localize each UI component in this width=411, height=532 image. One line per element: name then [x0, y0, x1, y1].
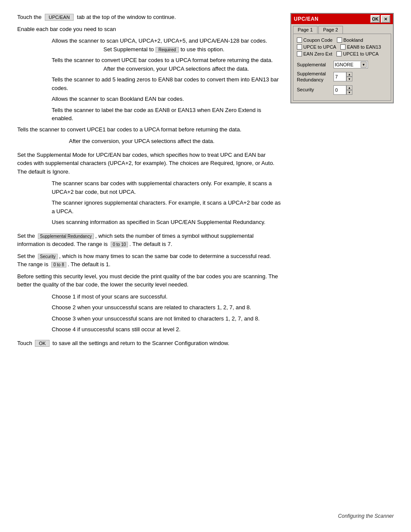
bullet-2-text: Tells the scanner to convert UPCE bar co… [52, 56, 282, 65]
bullet-5-text: Tells the scanner to label the bar code … [52, 106, 282, 123]
security-up-button[interactable]: ▲ [346, 85, 352, 90]
ean-zero-ext-checkbox[interactable] [297, 51, 302, 56]
coupon-code-checkbox-item: Coupon Code [297, 37, 333, 43]
quality-intro: Before setting this security level, you … [17, 272, 282, 289]
security-value[interactable]: 0 [333, 85, 346, 95]
supplemental-field-label: Supplemental [297, 62, 333, 68]
supp-item-3-text: Uses scanning information as specified i… [52, 218, 282, 227]
supplemental-value: IGNORE [335, 62, 361, 67]
bullet-5: Tells the scanner to label the bar code … [52, 106, 282, 123]
supplemental-redundancy-field-row: Supplemental Redundancy 7 ▲ ▼ [297, 71, 387, 83]
ean-zero-ext-label: EAN Zero Ext [303, 51, 332, 56]
supplemental-intro: Set the Supplemental Mode for UPC/EAN ba… [17, 151, 282, 176]
touch-ok-para: Touch OK to save all the settings and re… [17, 339, 282, 348]
upce-to-upca-label: UPCE to UPCA [303, 44, 336, 50]
bullet-3: Tells the scanner to add 5 leading zeros… [52, 75, 282, 92]
supplemental-redundancy-up-button[interactable]: ▲ [346, 72, 352, 77]
bullet-2: Tells the scanner to convert UPCE bar co… [52, 56, 282, 73]
dialog-tabs: Page 1 Page 2 [291, 24, 393, 34]
upce1-to-upca-label: UPCE1 to UPCA [343, 51, 379, 56]
ean-zero-ext-checkbox-item: EAN Zero Ext [297, 51, 332, 56]
upce1-to-upca-checkbox[interactable] [336, 51, 342, 56]
quality-item-3-text: Choose 3 when your unsuccessful scans ar… [52, 314, 282, 323]
supp-item-2-text: The scanner ignores supplemental charact… [52, 199, 282, 215]
ok-button[interactable]: OK [371, 15, 380, 23]
close-button[interactable]: ✕ [381, 15, 390, 23]
dialog-title: UPC/EAN [294, 16, 319, 22]
tab-page2[interactable]: Page 2 [318, 26, 343, 34]
quality-item-3: Choose 3 when your unsuccessful scans ar… [52, 314, 282, 323]
supplemental-redundancy-spinner[interactable]: 7 ▲ ▼ [333, 72, 387, 81]
upce1-text: Tells the scanner to convert UPCE1 bar c… [17, 125, 282, 134]
bullet-4: Allows the scanner to scan Bookland EAN … [52, 95, 282, 103]
dialog-body: Coupon Code Bookland UPCE to UPCA EAN8 t [293, 34, 391, 101]
upce1-sub: After the conversion, your UPCA selectio… [69, 137, 282, 146]
security-spinner[interactable]: 0 ▲ ▼ [333, 85, 387, 95]
ean8-to-ean13-checkbox-item: EAN8 to EAN13 [340, 44, 381, 50]
upce1-to-upca-checkbox-item: UPCE1 to UPCA [336, 51, 379, 56]
checkbox-group-row2: UPCE to UPCA EAN8 to EAN13 [297, 44, 387, 50]
bullet-4-text: Allows the scanner to scan Bookland EAN … [52, 95, 282, 103]
upce-to-upca-checkbox-item: UPCE to UPCA [297, 44, 336, 50]
upce-to-upca-checkbox[interactable] [297, 44, 302, 50]
quality-item-4-text: Choose 4 if unsuccessful scans still occ… [52, 325, 282, 334]
security-field-row: Security 0 ▲ ▼ [297, 85, 387, 95]
security-down-button[interactable]: ▼ [346, 90, 352, 95]
quality-item-2-text: Choose 2 when your unsuccessful scans ar… [52, 303, 282, 312]
tab-page1[interactable]: Page 1 [293, 26, 318, 34]
bullet-2-sub: After the conversion, your UPCA selectio… [103, 65, 282, 73]
ean8-to-ean13-label: EAN8 to EAN13 [347, 44, 381, 50]
bookland-checkbox[interactable] [337, 37, 342, 43]
supp-item-3: Uses scanning information as specified i… [52, 218, 282, 227]
supplemental-select[interactable]: IGNORE ▼ [333, 61, 387, 68]
upc-ean-dialog: UPC/EAN OK ✕ Page 1 Page 2 Coupon Code [290, 13, 394, 103]
coupon-code-checkbox[interactable] [297, 37, 302, 43]
line1-cont: tab at the top of the window to continue… [77, 14, 176, 20]
supplemental-redundancy-label: Supplemental Redundancy [297, 71, 333, 83]
supplemental-redundancy-value[interactable]: 7 [333, 72, 346, 81]
checkbox-group-row1: Coupon Code Bookland [297, 37, 387, 43]
quality-item-2: Choose 2 when your unsuccessful scans ar… [52, 303, 282, 312]
supplemental-redundancy-down-button[interactable]: ▼ [346, 77, 352, 81]
ean8-to-ean13-checkbox[interactable] [340, 44, 346, 50]
dialog-action-buttons: OK ✕ [371, 15, 390, 23]
intro-line: Touch the UPC/EAN tab at the top of the … [17, 13, 282, 22]
supplemental-dropdown-arrow[interactable]: ▼ [361, 62, 367, 68]
checkbox-group-row3: EAN Zero Ext UPCE1 to UPCA [297, 51, 387, 56]
bullet-3-text: Tells the scanner to add 5 leading zeros… [52, 75, 282, 92]
security-para: Set the Security, which is how many time… [17, 252, 282, 269]
enable-line: Enable each bar code you need to scan [17, 25, 282, 34]
redundancy-para: Set the Supplemental Redundancy, which s… [17, 232, 282, 249]
tab-ref: UPC/EAN [45, 14, 74, 21]
bullet-1: Allows the scanner to scan UPCA, UPCA+2,… [52, 37, 282, 53]
bullet-1-sub: Set Supplemental to Required to use this… [103, 45, 282, 54]
page-footer: Configuring the Scanner [338, 513, 394, 519]
dialog-window: UPC/EAN OK ✕ Page 1 Page 2 Coupon Code [290, 13, 394, 351]
coupon-code-label: Coupon Code [303, 37, 333, 43]
supplemental-redundancy-spinner-buttons: ▲ ▼ [346, 72, 352, 81]
security-label: Security [297, 87, 333, 93]
supp-item-2: The scanner ignores supplemental charact… [52, 199, 282, 215]
quality-item-4: Choose 4 if unsuccessful scans still occ… [52, 325, 282, 334]
supp-item-1: The scanner scans bar codes with supplem… [52, 179, 282, 196]
touch-the-text: Touch the [17, 14, 41, 20]
quality-item-1: Choose 1 if most of your scans are succe… [52, 292, 282, 301]
quality-item-1-text: Choose 1 if most of your scans are succe… [52, 292, 282, 301]
supplemental-field-row: Supplemental IGNORE ▼ [297, 61, 387, 68]
dialog-titlebar: UPC/EAN OK ✕ [291, 14, 393, 24]
security-spinner-buttons: ▲ ▼ [346, 85, 352, 95]
bookland-label: Bookland [343, 37, 363, 43]
supp-item-1-text: The scanner scans bar codes with supplem… [52, 179, 282, 196]
bookland-checkbox-item: Bookland [337, 37, 363, 43]
bullet-1-text: Allows the scanner to scan UPCA, UPCA+2,… [52, 37, 282, 45]
